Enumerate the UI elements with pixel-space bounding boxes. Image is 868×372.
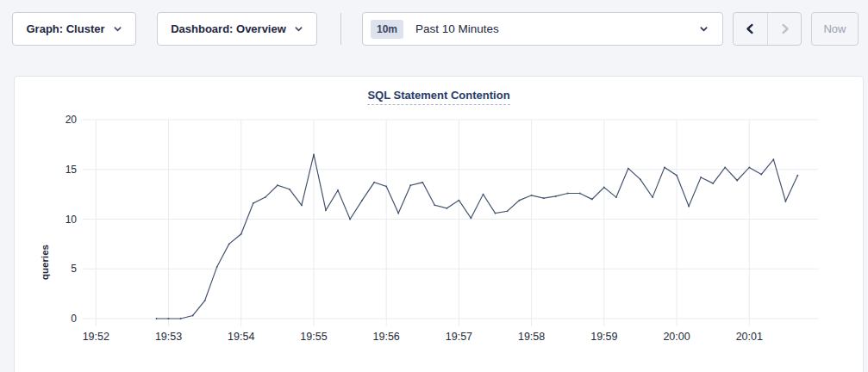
x-tick-label: 19:53: [155, 331, 182, 343]
dashboard-dropdown[interactable]: Dashboard: Overview: [157, 12, 317, 46]
chevron-right-icon: [779, 23, 790, 34]
x-tick-label: 19:56: [373, 331, 400, 343]
chevron-down-icon: [113, 24, 122, 34]
time-range-label: Past 10 Minutes: [415, 22, 499, 35]
time-step-back-button[interactable]: [734, 13, 767, 45]
graph-dropdown-label: Graph: Cluster: [26, 22, 104, 35]
y-tick-label: 20: [66, 114, 78, 126]
x-tick-label: 19:54: [228, 331, 254, 343]
y-tick-label: 5: [71, 263, 77, 275]
y-tick-label: 0: [71, 313, 77, 325]
toolbar: Graph: Cluster Dashboard: Overview 10m P…: [0, 0, 868, 57]
x-tick-label: 19:57: [446, 331, 472, 343]
toolbar-divider: [340, 13, 341, 45]
dashboard-dropdown-label: Dashboard: Overview: [171, 22, 286, 35]
y-tick-label: 10: [66, 214, 78, 226]
sql-statement-contention-chart[interactable]: 0510152019:5219:5319:5419:5519:5619:5719…: [15, 77, 865, 372]
now-button[interactable]: Now: [811, 12, 859, 46]
time-step-forward-button[interactable]: [767, 13, 801, 45]
chart-card: SQL Statement Contention 0510152019:5219…: [14, 76, 864, 372]
x-tick-label: 19:52: [83, 331, 109, 343]
metrics-page: Graph: Cluster Dashboard: Overview 10m P…: [0, 0, 868, 372]
x-tick-label: 19:58: [518, 331, 545, 343]
chevron-down-icon: [699, 24, 709, 34]
x-tick-label: 19:59: [590, 331, 617, 343]
series-line: [157, 154, 798, 319]
graph-dropdown[interactable]: Graph: Cluster: [12, 12, 136, 46]
chevron-left-icon: [745, 23, 756, 34]
chevron-down-icon: [294, 24, 303, 34]
x-tick-label: 20:00: [663, 331, 690, 343]
x-tick-label: 20:01: [736, 331, 763, 343]
time-range-badge: 10m: [371, 20, 403, 39]
x-tick-label: 19:55: [300, 331, 327, 343]
y-axis-label: queries: [40, 245, 50, 280]
y-tick-label: 15: [66, 164, 78, 176]
time-step-button-group: [733, 12, 802, 46]
time-range-dropdown[interactable]: 10m Past 10 Minutes: [362, 12, 723, 46]
